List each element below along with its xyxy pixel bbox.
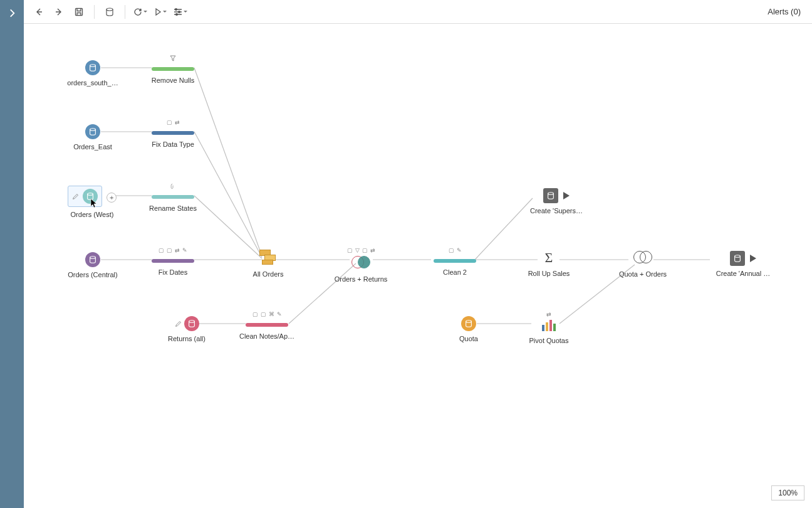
step-changes-icons: ▢⇄ [142,119,204,125]
node-label: All Orders [237,270,299,278]
clean-step-pill [152,259,194,263]
database-icon [88,127,97,136]
node-label: Quota + Orders [612,270,674,278]
node-remove-nulls[interactable]: Remove Nulls [142,55,204,84]
svg-line-12 [194,196,262,258]
node-label: Clean Notes/Ap… [236,332,298,340]
node-label: Fix Dates [142,268,204,276]
svg-rect-0 [76,8,83,15]
sidebar-collapsed [0,0,24,508]
node-orders-returns[interactable]: ▢▽▢⇄ Orders + Returns [330,247,392,283]
svg-point-1 [107,8,113,11]
node-label: Orders + Returns [330,275,392,283]
step-changes-icons [142,55,204,61]
toolbar-separator [125,5,125,19]
node-orders-east[interactable]: Orders_East [61,124,124,151]
node-rename-states[interactable]: Rename States [142,183,204,212]
node-create-supers[interactable]: Create 'Supers… [519,188,594,214]
forward-button[interactable] [50,3,68,21]
run-output-icon[interactable] [563,192,570,199]
node-label: Roll Up Sales [518,270,580,277]
step-changes-icons: ▢✎ [424,247,486,253]
node-label: Returns (all) [155,335,218,342]
database-icon [88,63,97,72]
node-orders-central[interactable]: Orders (Central) [61,252,124,278]
node-fix-data-type[interactable]: ▢⇄ Fix Data Type [142,119,204,148]
node-returns-all[interactable]: Returns (all) [155,316,218,342]
node-label: Create 'Annual … [705,270,781,277]
node-label: Quota [437,335,500,342]
svg-point-29 [189,320,194,323]
node-all-orders[interactable]: All Orders [237,250,299,278]
svg-point-3 [179,11,180,13]
svg-line-11 [194,132,262,257]
node-clean2[interactable]: ▢✎ Clean 2 [424,247,486,276]
node-clean-notes[interactable]: ▢▢⌘✎ Clean Notes/Ap… [236,311,298,340]
sidebar-expand-button[interactable] [6,8,18,19]
clean-step-pill [152,195,194,199]
node-label: Fix Data Type [142,140,204,148]
svg-point-4 [176,13,178,15]
data-connection-button[interactable] [101,3,118,21]
aggregate-icon: Σ [545,250,553,265]
svg-point-2 [175,8,177,10]
filter-icon [170,55,176,61]
toolbar: Alerts (0) [24,0,812,24]
svg-line-10 [194,68,262,256]
node-rollup-sales[interactable]: Σ Roll Up Sales [518,250,580,277]
step-changes-icons: ▢▢⇄✎ [142,247,204,253]
step-changes-icons: ⇄ [518,311,580,317]
clean-step-pill [152,131,194,135]
pivot-icon [542,320,556,331]
flow-canvas[interactable]: orders_south_… Remove Nulls Orders_East … [24,24,812,508]
svg-point-28 [548,193,554,195]
database-icon [88,255,97,264]
back-button[interactable] [30,3,48,21]
node-create-annual[interactable]: Create 'Annual … [705,251,781,277]
settings-dropdown[interactable] [172,3,189,21]
svg-point-27 [735,255,741,258]
node-orders-west[interactable]: + Orders (West) [51,186,133,218]
node-label: Orders (Central) [61,271,124,278]
clip-icon [170,183,176,189]
node-label: Orders (West) [51,211,133,218]
refresh-dropdown[interactable] [132,3,149,21]
run-flow-dropdown[interactable] [152,3,169,21]
svg-point-26 [90,257,96,259]
clean-step-pill [246,323,288,327]
database-icon [187,319,196,328]
step-changes-icons: ▢▽▢⇄ [330,247,392,253]
alerts-indicator[interactable]: Alerts (0) [768,7,806,16]
svg-point-23 [90,65,96,67]
database-icon [86,192,95,201]
join-icon [351,256,370,270]
union-icon [259,250,277,265]
node-label: Create 'Supers… [519,207,594,214]
node-fix-dates[interactable]: ▢▢⇄✎ Fix Dates [142,247,204,276]
svg-point-25 [87,193,93,196]
step-changes-icons [142,183,204,189]
add-step-button[interactable]: + [107,193,117,203]
toolbar-separator [94,5,95,19]
node-label: Remove Nulls [142,77,204,84]
svg-point-24 [90,129,96,131]
join-icon [633,251,652,265]
svg-point-30 [466,320,472,323]
clean-step-pill [434,259,476,263]
node-quota[interactable]: Quota [437,316,500,342]
node-label: Clean 2 [424,268,486,276]
node-orders-south[interactable]: orders_south_… [61,60,124,87]
node-quota-orders[interactable]: Quota + Orders [612,251,674,278]
node-pivot-quotas[interactable]: ⇄ Pivot Quotas [518,311,580,344]
edit-icon [72,193,79,200]
run-output-icon[interactable] [750,255,756,262]
output-icon [543,188,558,203]
edit-icon [175,320,182,327]
zoom-indicator[interactable]: 100% [771,485,804,500]
node-label: Orders_East [61,143,124,151]
clean-step-pill [152,67,194,71]
output-icon [730,251,745,266]
node-label: Pivot Quotas [518,337,580,344]
save-button[interactable] [70,3,88,21]
database-icon [464,319,473,328]
